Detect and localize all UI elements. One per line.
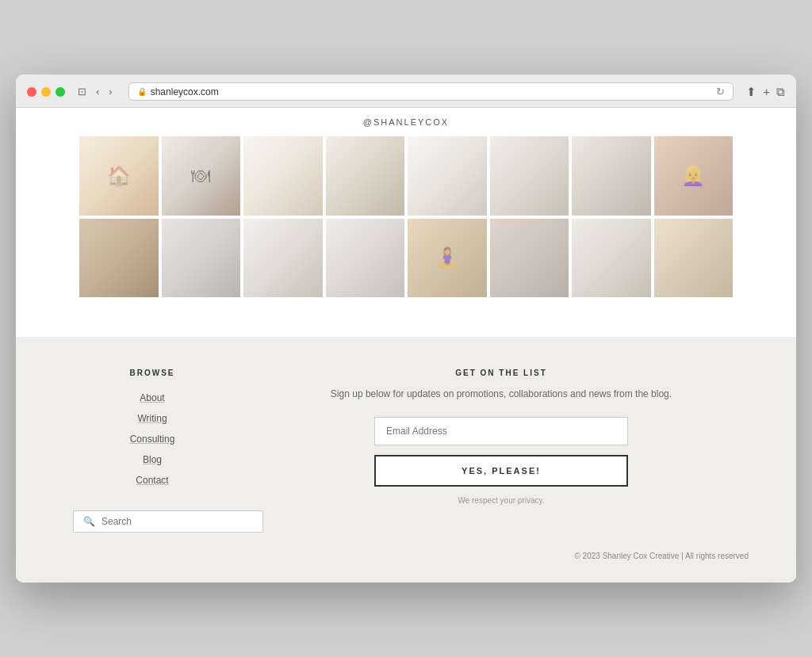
browser-controls: ⊡ ‹ › [75,84,116,99]
back-button[interactable]: ‹ [93,84,102,99]
photo-7[interactable] [572,136,651,216]
nav-item-contact[interactable]: Contact [73,472,232,487]
email-input[interactable] [374,417,628,445]
sidebar-toggle-button[interactable]: ⊡ [75,84,90,99]
photo-10[interactable] [162,219,241,298]
close-button[interactable] [27,87,36,97]
browser-window: ⊡ ‹ › 🔒 shanleycox.com ↻ ⬆ + ⧉ @SHANLEYC… [16,74,796,583]
privacy-note: We respect your privacy. [263,496,739,505]
photo-grid [16,133,796,313]
photo-2[interactable] [162,136,241,216]
newsletter-heading: GET ON THE LIST [263,369,739,377]
duplicate-button[interactable]: ⧉ [776,85,785,99]
footer-search-box[interactable]: 🔍 [73,510,263,533]
instagram-handle: @SHANLEYCOX [16,108,796,133]
photo-8[interactable] [654,136,733,216]
photo-11[interactable] [243,219,323,298]
photo-16[interactable] [654,219,733,298]
photo-6[interactable] [490,136,569,216]
browser-actions: ⬆ + ⧉ [746,85,785,99]
nav-item-writing[interactable]: Writing [73,411,232,425]
writing-link[interactable]: Writing [137,413,167,424]
contact-link[interactable]: Contact [136,475,168,486]
blog-link[interactable]: Blog [143,454,162,465]
footer-inner: BROWSE About Writing Consulting Blog [73,369,739,533]
forward-button[interactable]: › [105,84,115,99]
browser-chrome: ⊡ ‹ › 🔒 shanleycox.com ↻ ⬆ + ⧉ [16,74,796,108]
maximize-button[interactable] [56,87,65,97]
nav-item-blog[interactable]: Blog [73,452,232,466]
traffic-lights [27,87,65,97]
share-button[interactable]: ⬆ [746,85,756,99]
search-input[interactable] [102,516,253,527]
footer-nav: About Writing Consulting Blog Contact [73,390,232,487]
newsletter-description: Sign up below for updates on promotions,… [263,387,739,401]
page-content: @SHANLEYCOX BR [16,108,796,583]
photo-4[interactable] [326,136,405,216]
footer-section: BROWSE About Writing Consulting Blog [16,337,796,583]
nav-item-consulting[interactable]: Consulting [73,431,232,445]
photo-14[interactable] [490,219,569,298]
lock-icon: 🔒 [137,87,147,96]
nav-item-about[interactable]: About [73,390,232,404]
subscribe-button[interactable]: YES, PLEASE! [374,455,628,487]
about-link[interactable]: About [140,392,164,403]
new-tab-button[interactable]: + [763,85,770,99]
footer-browse: BROWSE About Writing Consulting Blog [73,369,232,533]
browse-heading: BROWSE [73,369,232,377]
footer-copyright: © 2023 Shanley Cox Creative | All rights… [63,533,749,567]
photo-12[interactable] [326,219,405,298]
footer-newsletter: GET ON THE LIST Sign up below for update… [263,369,739,533]
photo-9[interactable] [79,219,159,298]
consulting-link[interactable]: Consulting [130,434,175,445]
photo-5[interactable] [408,136,487,216]
url-text: shanleycox.com [151,86,219,97]
minimize-button[interactable] [41,87,51,97]
search-icon: 🔍 [83,516,95,527]
photo-1[interactable] [79,136,159,216]
address-bar[interactable]: 🔒 shanleycox.com ↻ [128,82,734,101]
photo-13[interactable] [408,219,487,298]
refresh-icon[interactable]: ↻ [716,86,725,97]
photo-15[interactable] [572,219,651,298]
photo-3[interactable] [243,136,323,216]
